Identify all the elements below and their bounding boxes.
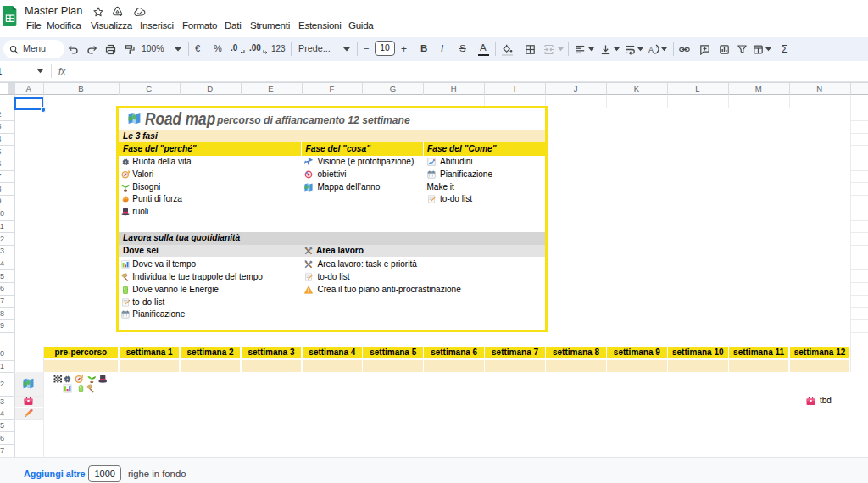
svg-text:A: A xyxy=(648,45,654,53)
